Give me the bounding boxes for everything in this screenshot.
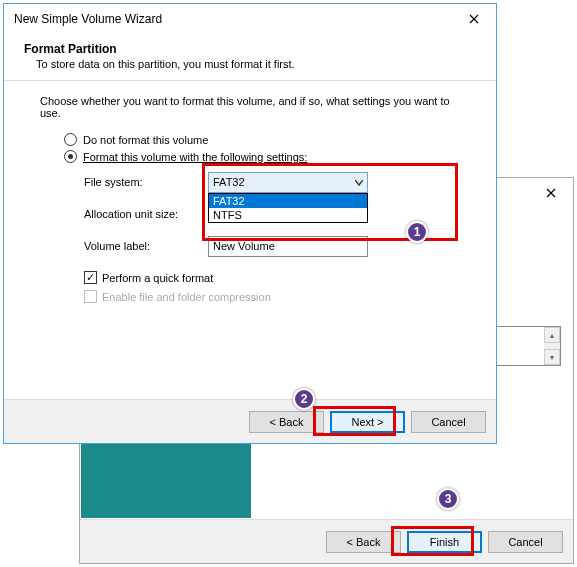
close-icon: [469, 14, 479, 24]
footer-back: < Back Finish Cancel: [80, 519, 573, 563]
compression-checkbox: [84, 290, 97, 303]
alloc-label: Allocation unit size:: [84, 208, 208, 220]
finish-button[interactable]: Finish: [407, 531, 482, 553]
fs-label: File system:: [84, 176, 208, 188]
scrollbar[interactable]: ▴ ▾: [544, 327, 560, 365]
scroll-down-icon[interactable]: ▾: [544, 349, 560, 365]
quick-format-label: Perform a quick format: [102, 272, 213, 284]
callout-1: 1: [406, 221, 428, 243]
file-system-dropdown[interactable]: FAT32 NTFS: [208, 193, 368, 223]
dialog-title: New Simple Volume Wizard: [14, 12, 162, 26]
callout-2: 2: [293, 388, 315, 410]
file-system-value: FAT32: [213, 176, 245, 188]
footer-front: < Back Next > Cancel: [4, 399, 496, 443]
format-settings: File system: FAT32 FAT32 NTFS Allocation…: [84, 169, 472, 259]
close-icon: [546, 188, 556, 198]
scroll-up-icon[interactable]: ▴: [544, 327, 560, 343]
radio-no-format[interactable]: [64, 133, 77, 146]
radio-no-format-row[interactable]: Do not format this volume: [64, 133, 472, 146]
next-button[interactable]: Next >: [330, 411, 405, 433]
back-button-2[interactable]: < Back: [326, 531, 401, 553]
chevron-down-icon: [355, 176, 363, 188]
radio-no-format-label: Do not format this volume: [83, 134, 208, 146]
volume-label-input[interactable]: New Volume: [208, 236, 368, 257]
titlebar-front: New Simple Volume Wizard: [4, 4, 496, 34]
back-button[interactable]: < Back: [249, 411, 324, 433]
close-button-front[interactable]: [454, 6, 494, 32]
cancel-button-2[interactable]: Cancel: [488, 531, 563, 553]
cancel-button[interactable]: Cancel: [411, 411, 486, 433]
page-title: Format Partition: [24, 42, 476, 56]
volume-label-value: New Volume: [213, 240, 275, 252]
fs-option-ntfs[interactable]: NTFS: [209, 208, 367, 222]
compression-label: Enable file and folder compression: [102, 291, 271, 303]
vol-label-text: Volume label:: [84, 240, 208, 252]
fs-option-fat32[interactable]: FAT32: [209, 194, 367, 208]
page-subtitle: To store data on this partition, you mus…: [24, 58, 476, 70]
radio-format-row[interactable]: Format this volume with the following se…: [64, 150, 472, 163]
callout-3: 3: [437, 488, 459, 510]
radio-format[interactable]: [64, 150, 77, 163]
radio-format-label: Format this volume with the following se…: [83, 151, 307, 163]
prompt-text: Choose whether you want to format this v…: [40, 95, 472, 119]
close-button-back[interactable]: [531, 180, 571, 206]
wizard-body: Choose whether you want to format this v…: [4, 81, 496, 312]
file-system-combo[interactable]: FAT32: [208, 172, 368, 193]
wizard-header: Format Partition To store data on this p…: [4, 34, 496, 81]
quick-format-checkbox[interactable]: [84, 271, 97, 284]
